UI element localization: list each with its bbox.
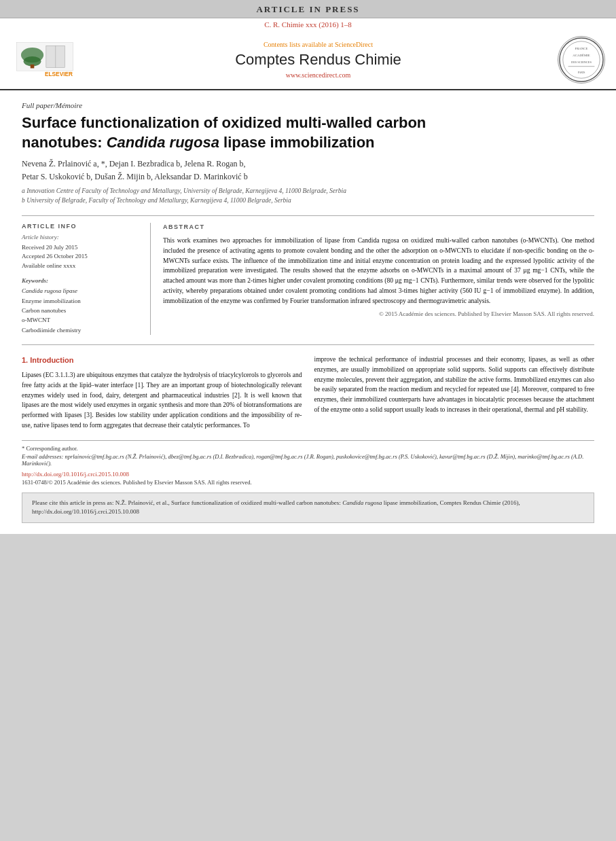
email-addresses: E-mail addresses: nprlainovic@tmf.bg.ac.… [22,453,594,467]
article-info-title: ARTICLE INFO [22,223,142,230]
citation-box: Please cite this article in press as: N.… [22,493,594,523]
doi-line: http://dx.doi.org/10.1016/j.crci.2015.10… [22,471,594,478]
keyword-4: o-MWCNT [22,315,142,325]
svg-text:PARIS: PARIS [578,71,585,74]
section-divider [22,344,594,345]
accepted-date: Accepted 26 October 2015 [22,252,142,262]
journal-header: ELSEVIER Contents lists available at Sci… [0,31,616,90]
introduction-right-col: improve the technical performance of ind… [314,355,595,430]
article-in-press-banner: ARTICLE IN PRESS [0,0,616,18]
svg-rect-3 [31,65,35,69]
keywords-section: Keywords: Candida rugosa lipase Enzyme i… [22,277,142,335]
corresponding-author-label: * Corresponding author. [22,445,594,452]
introduction-heading: 1. Introduction [22,355,302,366]
article-history-label: Article history: [22,234,142,240]
authors-line-1: Nevena Ž. Prlainović a, *, Dejan I. Bezb… [22,159,594,169]
introduction-right-text: improve the technical performance of ind… [314,355,595,414]
authors-line-2: Petar S. Uskoković b, Dušan Ž. Mijin b, … [22,172,594,182]
journal-emblem: FRANCE ACADÉMIE DES SCIENCES PARIS [558,36,605,84]
abstract-column: ABSTRACT This work examines two approach… [163,223,594,335]
keywords-title: Keywords: [22,277,142,284]
introduction-left-text: Lipases (EC 3.1.1.3) are ubiquitous enzy… [22,370,302,430]
footnotes-area: * Corresponding author. E-mail addresses… [22,440,594,486]
received-date: Received 20 July 2015 [22,243,142,253]
abstract-copyright: © 2015 Académie des sciences. Published … [163,310,594,319]
main-content: Full paper/Mémoire Surface functionaliza… [0,90,616,534]
keyword-2: Enzyme immobilization [22,296,142,306]
article-info-abstract-section: ARTICLE INFO Article history: Received 2… [22,215,594,335]
introduction-left-col: 1. Introduction Lipases (EC 3.1.1.3) are… [22,355,302,430]
abstract-text: This work examines two approaches for im… [163,236,594,306]
journal-title-block: Contents lists available at ScienceDirec… [79,41,558,79]
available-online: Available online xxxx [22,262,142,271]
svg-text:DES SCIENCES: DES SCIENCES [571,60,592,64]
introduction-section: 1. Introduction Lipases (EC 3.1.1.3) are… [22,355,594,430]
elsevier-logo: ELSEVIER [11,39,79,80]
article-title: Surface functionalization of oxidized mu… [22,113,594,152]
svg-text:ACADÉMIE: ACADÉMIE [573,54,590,57]
journal-citation-line: C. R. Chimie xxx (2016) 1–8 [0,18,616,31]
sciencedirect-line: Contents lists available at ScienceDirec… [79,41,558,48]
svg-text:FRANCE: FRANCE [575,47,587,50]
article-info-column: ARTICLE INFO Article history: Received 2… [22,223,151,335]
journal-url: www.sciencedirect.com [79,71,558,79]
keyword-3: Carbon nanotubes [22,306,142,315]
affiliations: a Innovation Centre of Faculty of Techno… [22,186,594,206]
paper-type-label: Full paper/Mémoire [22,101,594,109]
svg-text:ELSEVIER: ELSEVIER [45,71,73,77]
issn-line: 1631-0748/© 2015 Académie des sciences. … [22,479,594,486]
keyword-5: Carbodiimide chemistry [22,325,142,335]
abstract-title: ABSTRACT [163,223,594,232]
keyword-1: Candida rugosa lipase [22,286,142,296]
journal-main-title: Comptes Rendus Chimie [79,51,558,69]
